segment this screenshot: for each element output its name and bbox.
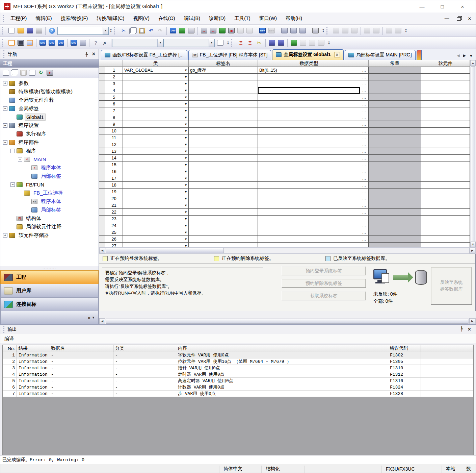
grid-hscroll-thumb[interactable] [106, 248, 224, 253]
cell-data-type[interactable] [258, 195, 360, 202]
cell-class[interactable]: ▼ [123, 141, 189, 148]
cell-device[interactable] [421, 80, 470, 87]
cell-class[interactable]: ▼ [123, 121, 189, 128]
cell-label-name[interactable] [189, 107, 258, 114]
nav-sort-icon[interactable]: ▾ [46, 69, 54, 77]
row-number[interactable]: 10 [105, 128, 123, 134]
cell-label-name[interactable] [189, 114, 258, 121]
chevron-down-icon[interactable]: ▼ [184, 231, 187, 234]
row-number[interactable]: 20 [105, 195, 123, 202]
tree-item-程序本体[interactable]: ST程序本体 [0, 197, 99, 206]
cell-data-type[interactable] [258, 114, 360, 121]
device-list-icon[interactable]: Dev [48, 39, 56, 47]
device-batch-icon[interactable]: Dev [57, 39, 65, 47]
data-type-browse-button[interactable]: ... [360, 114, 369, 121]
data-type-browse-button[interactable]: ... [360, 222, 369, 229]
row-number[interactable]: 26 [105, 236, 123, 243]
cell-device[interactable] [421, 182, 470, 189]
paste-icon[interactable] [138, 26, 146, 35]
help2-icon[interactable]: ? [91, 39, 100, 47]
chevron-down-icon[interactable]: ▼ [184, 136, 187, 140]
cell-class[interactable]: ▼ [123, 168, 189, 175]
cell-device[interactable] [421, 209, 470, 216]
device-display-off-icon[interactable]: Dev [267, 26, 276, 35]
data-type-browse-button[interactable]: ... [360, 182, 369, 189]
chevron-down-icon[interactable]: ▼ [184, 190, 187, 194]
column-header-类[interactable]: 类 [123, 60, 189, 67]
cell-device[interactable] [421, 107, 470, 114]
cell-class[interactable]: ▼ [123, 236, 189, 243]
tab-3[interactable]: 局部标签设置 MAIN [PRG] [345, 50, 416, 60]
data-type-browse-button[interactable]: ... [360, 128, 369, 134]
tree-item-局部标签[interactable]: 局部标签 [0, 206, 99, 214]
collapse-icon[interactable]: − [3, 123, 7, 128]
cell-device[interactable] [421, 148, 470, 155]
cell-label-name[interactable] [189, 229, 258, 236]
tree-item-程序本体[interactable]: #程序本体 [0, 164, 99, 172]
chevron-down-icon[interactable]: ▼ [184, 116, 187, 119]
cell-data-type[interactable] [258, 202, 360, 209]
row-number[interactable]: 16 [105, 168, 123, 175]
chevron-down-icon[interactable]: ▼ [184, 89, 187, 92]
row-number[interactable]: 7 [105, 107, 123, 114]
mdi-restore-button[interactable] [457, 17, 461, 21]
cell-label-name[interactable] [189, 148, 258, 155]
output-pin-icon[interactable]: ╄ [460, 326, 463, 332]
tree-item-FB_工位选择[interactable]: −FB_工位选择 [0, 189, 99, 197]
cell-data-type[interactable] [258, 148, 360, 155]
nav-new-icon[interactable] [2, 69, 10, 77]
data-type-browse-button[interactable]: ... [360, 107, 369, 114]
cell-label-name[interactable] [189, 101, 258, 107]
cell-device[interactable] [421, 189, 470, 195]
tree-item-局部软元件注释[interactable]: 局部软元件注释 [0, 223, 99, 231]
chevron-down-icon[interactable]: ▼ [184, 170, 187, 173]
chevron-down-icon[interactable]: ▼ [184, 109, 187, 113]
row-number[interactable]: 5 [105, 94, 123, 101]
tree-item-局部标签[interactable]: 局部标签 [0, 172, 99, 180]
output-close-icon[interactable]: × [468, 326, 471, 332]
data-type-browse-button[interactable]: ... [360, 148, 369, 155]
row-number[interactable]: 15 [105, 161, 123, 168]
redo-icon[interactable]: ↷ [156, 26, 164, 35]
cell-class[interactable]: ▼ [123, 114, 189, 121]
menu-item-5[interactable]: 在线(O) [155, 14, 179, 23]
data-type-browse-button[interactable]: ... [360, 189, 369, 195]
trace-start-icon[interactable] [372, 26, 380, 35]
cell-label-name[interactable] [189, 94, 258, 101]
toolbar-overflow-icon[interactable]: ▾▾ [109, 26, 113, 35]
nav-pin-icon[interactable]: ╄ [85, 52, 88, 57]
expand-icon[interactable]: + [3, 81, 7, 85]
data-type-browse-button[interactable]: ... [360, 195, 369, 202]
scroll-left-icon[interactable]: ◀ [99, 248, 105, 253]
column-header-软元件[interactable]: 软元件 [421, 60, 470, 67]
cell-device[interactable] [421, 94, 470, 101]
cell-label-name[interactable] [189, 202, 258, 209]
cell-label-name[interactable] [189, 87, 258, 94]
menu-item-10[interactable]: 帮助(H) [282, 14, 306, 23]
cell-label-name[interactable] [189, 195, 258, 202]
chevron-down-icon[interactable]: ▼ [209, 39, 214, 47]
collapse-icon[interactable]: − [10, 182, 15, 187]
mdi-close-button[interactable]: × [468, 16, 471, 21]
cell-data-type[interactable] [258, 141, 360, 148]
row-number[interactable]: 1 [105, 67, 123, 74]
find-target-selector[interactable]: ▼ [112, 39, 163, 47]
cell-data-type[interactable] [258, 74, 360, 80]
modify-screen-icon[interactable] [187, 26, 195, 35]
cell-data-type[interactable] [258, 128, 360, 134]
cell-label-name[interactable] [189, 80, 258, 87]
chevron-down-icon[interactable]: ▼ [184, 217, 187, 221]
cell-data-type[interactable] [258, 243, 360, 247]
cell-device[interactable] [421, 243, 470, 247]
help-icon[interactable]: ? [48, 26, 56, 35]
vscroll-thumb[interactable] [471, 66, 475, 241]
data-type-browse-button[interactable]: ... [360, 155, 369, 161]
device-find-icon[interactable]: Dev [169, 26, 177, 35]
cell-class[interactable]: ▼ [123, 148, 189, 155]
sampling-wave-icon[interactable] [394, 26, 402, 35]
ladder-symbol-icon[interactable] [332, 26, 340, 35]
data-type-browse-button[interactable]: ... [360, 168, 369, 175]
monitor-start-icon[interactable] [218, 26, 227, 35]
save-project-icon[interactable] [26, 26, 34, 35]
toolbar-overflow-icon[interactable]: ▾▾ [404, 26, 408, 35]
